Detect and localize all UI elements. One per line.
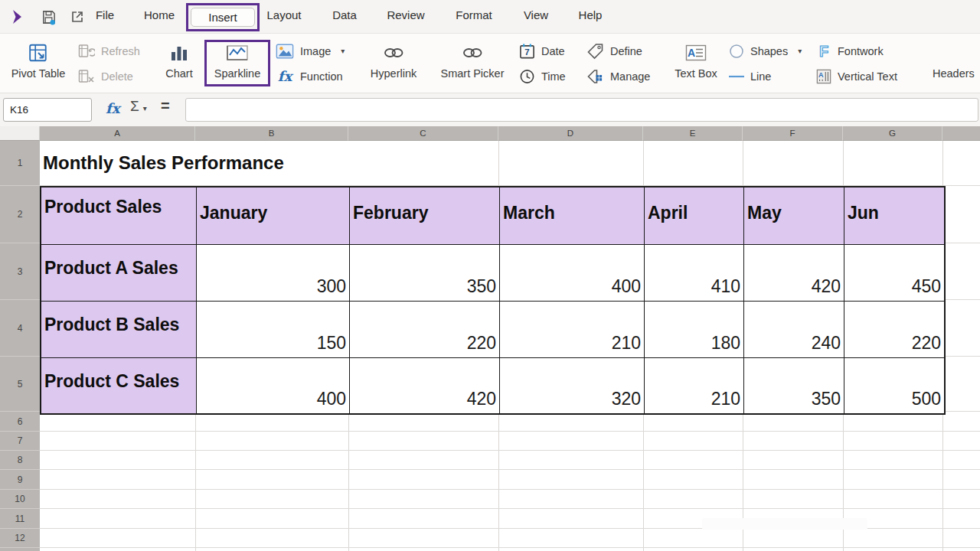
cell-e3[interactable]: 410 — [645, 245, 744, 302]
menu-file[interactable]: File — [96, 8, 114, 21]
row-header-11[interactable]: 11 — [0, 509, 40, 529]
equals-button[interactable]: = — [161, 97, 170, 115]
headers-button[interactable]: Headers — [933, 67, 975, 80]
refresh-button[interactable]: Refresh — [78, 41, 140, 61]
image-dropdown-caret[interactable]: ▾ — [341, 47, 345, 55]
column-header-d[interactable]: D — [498, 126, 643, 141]
cell-f4[interactable]: 240 — [744, 302, 844, 358]
menu-format[interactable]: Format — [456, 8, 492, 21]
column-header-f[interactable]: F — [743, 126, 843, 141]
time-button[interactable]: Time — [519, 66, 566, 86]
date-button[interactable]: 7 Date — [519, 41, 566, 61]
menu-home[interactable]: Home — [144, 8, 175, 21]
line-button[interactable]: Line — [729, 66, 802, 86]
row-header-9[interactable]: 9 — [0, 470, 40, 490]
column-header-h-partial[interactable] — [942, 126, 980, 141]
row-header-2[interactable]: 2 — [0, 186, 40, 243]
row-header-6[interactable]: 6 — [0, 412, 40, 432]
formula-input[interactable] — [185, 98, 978, 122]
cell-g4[interactable]: 220 — [844, 302, 944, 358]
sparkline-button[interactable]: Sparkline — [208, 41, 266, 80]
cell-b4[interactable]: 150 — [197, 302, 350, 358]
function-wizard-icon[interactable]: fx — [106, 100, 119, 116]
sheet-row-1[interactable]: 1 Monthly Sales Performance — [0, 141, 980, 186]
menu-review[interactable]: Review — [387, 8, 424, 21]
cell-g3[interactable]: 450 — [844, 245, 944, 302]
cell-c3[interactable]: 350 — [350, 245, 500, 302]
column-header-b[interactable]: B — [195, 126, 348, 141]
select-all-corner[interactable] — [0, 126, 40, 141]
cell-a2[interactable]: Product Sales — [41, 187, 197, 245]
menu-layout[interactable]: Layout — [266, 8, 301, 21]
sheet-row-9[interactable]: 9 — [0, 470, 980, 490]
cell-a5[interactable]: Product C Sales — [41, 358, 197, 413]
cell-d3[interactable]: 400 — [500, 245, 645, 302]
save-icon[interactable] — [41, 9, 57, 28]
row-header-12[interactable]: 12 — [0, 529, 40, 548]
menu-data[interactable]: Data — [332, 8, 357, 21]
row-header-10[interactable]: 10 — [0, 490, 40, 509]
menu-insert[interactable]: Insert — [191, 8, 255, 27]
row-header-3[interactable]: 3 — [0, 243, 40, 300]
column-header-e[interactable]: E — [643, 126, 743, 141]
sum-dropdown-caret[interactable]: ▾ — [143, 104, 147, 112]
app-logo-icon[interactable] — [10, 8, 25, 28]
fontwork-button[interactable]: F Fontwork — [816, 41, 897, 61]
cell-e2[interactable]: April — [645, 187, 744, 245]
manage-button[interactable]: Manage — [586, 66, 650, 86]
cell-e5[interactable]: 210 — [645, 358, 744, 413]
row-header-4[interactable]: 4 — [0, 300, 40, 357]
column-header-g[interactable]: G — [843, 126, 942, 141]
share-icon[interactable] — [70, 10, 84, 27]
row-header-1[interactable]: 1 — [0, 141, 40, 186]
row-header-5[interactable]: 5 — [0, 357, 40, 412]
column-header-a[interactable]: A — [40, 126, 195, 141]
cell-d5[interactable]: 320 — [500, 358, 645, 413]
spreadsheet-grid: A B C D E F G 1 Monthly Sales Performanc… — [0, 126, 980, 551]
cell-a3[interactable]: Product A Sales — [41, 245, 197, 302]
cell-c5[interactable]: 420 — [350, 358, 500, 413]
sheet-row-12[interactable]: 12 — [0, 529, 980, 548]
cell-g2[interactable]: Jun — [844, 187, 944, 245]
cell-d2[interactable]: March — [500, 187, 645, 245]
date-icon: 7 — [519, 43, 535, 60]
cell-c2[interactable]: February — [350, 187, 500, 245]
sheet-row-13-partial[interactable] — [0, 548, 980, 551]
function-button[interactable]: fx Function — [276, 66, 345, 86]
shapes-button[interactable]: Shapes ▾ — [729, 41, 802, 61]
pivot-table-button[interactable]: Pivot Table — [8, 41, 69, 80]
cell-b2[interactable]: January — [197, 187, 350, 245]
column-header-c[interactable]: C — [348, 126, 498, 141]
cell-g5[interactable]: 500 — [844, 358, 944, 413]
delete-button[interactable]: Delete — [78, 66, 140, 86]
cell-e4[interactable]: 180 — [645, 302, 744, 358]
cell-f2[interactable]: May — [744, 187, 844, 245]
cell-a4[interactable]: Product B Sales — [41, 302, 197, 358]
shapes-dropdown-caret[interactable]: ▾ — [798, 47, 802, 55]
text-box-button[interactable]: A Text Box — [671, 41, 721, 80]
cell-f5[interactable]: 350 — [744, 358, 844, 413]
cell-d4[interactable]: 210 — [500, 302, 645, 358]
smart-picker-button[interactable]: Smart Picker — [433, 41, 511, 80]
cell-f3[interactable]: 420 — [744, 245, 844, 302]
vertical-text-icon: A — [816, 68, 831, 85]
menu-view[interactable]: View — [524, 8, 548, 21]
chart-button[interactable]: Chart — [158, 41, 200, 80]
menu-help[interactable]: Help — [579, 8, 603, 21]
row-header-7[interactable]: 7 — [0, 432, 40, 451]
smart-picker-icon — [462, 41, 482, 65]
name-box[interactable] — [3, 98, 92, 122]
cell-b3[interactable]: 300 — [197, 245, 350, 302]
hyperlink-button[interactable]: Hyperlink — [361, 41, 426, 80]
cell-c4[interactable]: 220 — [350, 302, 500, 358]
sum-button[interactable]: Σ▾ — [130, 98, 147, 115]
image-button[interactable]: Image ▾ — [276, 41, 345, 61]
row-header-8[interactable]: 8 — [0, 451, 40, 470]
sheet-row-8[interactable]: 8 — [0, 451, 980, 470]
cell-b5[interactable]: 400 — [197, 358, 350, 413]
vertical-text-button[interactable]: A Vertical Text — [816, 66, 897, 86]
sheet-row-10[interactable]: 10 — [0, 490, 980, 509]
define-button[interactable]: Define — [586, 41, 650, 61]
formula-bar: fx Σ▾ = — [0, 93, 980, 126]
sheet-row-7[interactable]: 7 — [0, 432, 980, 451]
